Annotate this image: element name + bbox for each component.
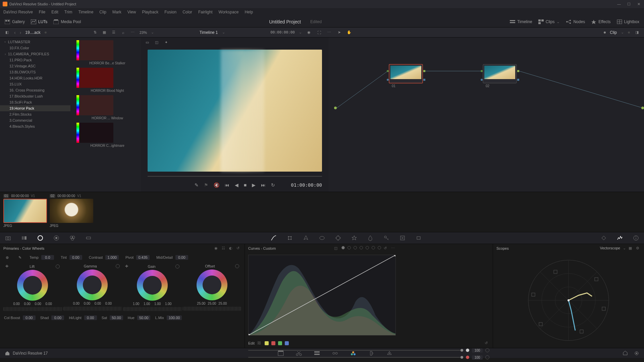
info-icon[interactable]	[633, 235, 639, 241]
tree-item[interactable]: 14.HDR.Looks.HDR	[0, 75, 70, 81]
reset-icon[interactable]	[235, 264, 239, 268]
node-output-dot[interactable]	[641, 107, 644, 109]
wand-icon[interactable]: ✦	[163, 39, 169, 45]
wheel-mode-icon[interactable]: ◉	[214, 246, 219, 251]
scopes-icon[interactable]	[616, 235, 623, 241]
media-page-button[interactable]	[277, 350, 284, 356]
reset-icon[interactable]	[485, 348, 489, 352]
menu-file[interactable]: File	[39, 10, 45, 14]
nav-back-button[interactable]: ‹	[14, 30, 16, 35]
auto-balance-icon[interactable]: ⊛	[4, 254, 10, 260]
stop-button[interactable]: ■	[244, 182, 247, 188]
menu-color[interactable]: Color	[182, 10, 192, 14]
clip-dropdown[interactable]: Clip	[610, 30, 617, 35]
nav-forward-button[interactable]: ›	[20, 30, 21, 35]
scope-settings-icon[interactable]: ⚙	[636, 246, 641, 251]
bars-mode-icon[interactable]: ☷	[222, 246, 226, 251]
pivot-value[interactable]: 0.435	[136, 255, 150, 260]
reset-icon[interactable]	[485, 355, 489, 359]
keyframe-icon[interactable]	[600, 235, 607, 241]
scope-type-dropdown[interactable]: Vectorscope	[600, 246, 620, 251]
maximize-button[interactable]: ☐	[627, 2, 631, 6]
rgb-mixer-icon[interactable]	[69, 235, 76, 241]
window-icon[interactable]	[319, 235, 325, 241]
tree-item[interactable]: 3.Commercial	[0, 117, 70, 123]
menu-playback[interactable]: Playback	[142, 10, 158, 14]
node-graph[interactable]: 01 02	[329, 38, 644, 192]
reset-icon[interactable]	[116, 264, 120, 268]
curve-mode-dot[interactable]	[341, 246, 345, 249]
lightbox-button[interactable]: Lightbox	[617, 19, 639, 24]
wheels-icon[interactable]	[37, 235, 44, 241]
viewer-image[interactable]	[148, 50, 322, 172]
effects-button[interactable]: Effects	[591, 19, 610, 24]
reset-icon[interactable]: ↺	[485, 341, 489, 346]
curves-graph[interactable]	[248, 255, 396, 336]
play-button[interactable]: ▶	[252, 182, 256, 188]
loop-button[interactable]: ↻	[271, 182, 275, 188]
curve-mode-dot[interactable]	[347, 246, 351, 249]
scope-layout-icon[interactable]: ▦	[629, 246, 633, 251]
last-frame-button[interactable]: ⏭	[261, 182, 266, 188]
tree-item[interactable]: 18.SciFi Pack	[0, 99, 70, 105]
deliver-page-button[interactable]	[386, 350, 393, 356]
eyedropper-icon[interactable]: ✎	[195, 182, 199, 188]
camera-raw-icon[interactable]	[5, 235, 11, 241]
tree-item[interactable]: 15.LUX	[0, 81, 70, 87]
nodes-button[interactable]: Nodes	[566, 19, 585, 24]
first-frame-button[interactable]: ⏮	[225, 182, 229, 188]
lift-slider[interactable]	[3, 307, 62, 311]
viewer-scrubber[interactable]	[148, 174, 322, 178]
chevron-down-icon[interactable]: ⌄	[299, 30, 302, 35]
plus-icon[interactable]: ✛	[5, 264, 8, 268]
search-icon[interactable]: ⌕	[120, 29, 126, 36]
record-icon[interactable]: ◉	[306, 29, 312, 36]
panel-toggle-icon[interactable]: ◧	[4, 29, 10, 36]
magic-mask-icon[interactable]	[351, 235, 358, 241]
tree-item-camera[interactable]: 11.CAMERA_PROFILES	[0, 51, 70, 57]
lut-thumb[interactable]: HORROR C...ightmare	[76, 123, 138, 147]
hand-icon[interactable]: ✋	[346, 29, 352, 36]
prev-frame-button[interactable]: ◀	[235, 182, 238, 188]
temp-value[interactable]: 0.0	[41, 255, 54, 260]
sizing-icon[interactable]	[399, 235, 406, 241]
minimize-button[interactable]: —	[617, 2, 621, 6]
menu-timeline[interactable]: Timeline	[78, 10, 93, 14]
color-page-button[interactable]	[350, 350, 357, 356]
project-settings-button[interactable]	[634, 351, 639, 356]
offset-color-wheel[interactable]	[197, 269, 227, 300]
tree-item[interactable]: 10.FX.Color	[0, 45, 70, 51]
blue-channel-button[interactable]	[285, 341, 289, 345]
gamma-slider[interactable]	[63, 307, 121, 311]
chevron-down-icon[interactable]: ⌄	[151, 30, 154, 35]
grid-view-icon[interactable]: ▦	[101, 29, 107, 36]
tree-item[interactable]: 12.Vintage.ASC	[0, 63, 70, 69]
curve-mode-dot[interactable]	[372, 246, 375, 249]
menu-view[interactable]: View	[127, 10, 136, 14]
viewer-timecode[interactable]: 00:00:00:00	[270, 30, 295, 35]
middetail-value[interactable]: 0.00	[175, 255, 188, 260]
cut-page-button[interactable]	[296, 350, 302, 356]
clips-button[interactable]: Clips ⌄	[538, 19, 560, 24]
tree-item[interactable]: 16. Cross Processing	[0, 87, 70, 93]
tree-item-lutmaster[interactable]: LUTMASTER	[0, 39, 70, 45]
curve-mode-dot[interactable]	[360, 246, 363, 249]
tracker-icon[interactable]	[335, 235, 341, 241]
highlight-icon[interactable]: ▭	[144, 39, 150, 45]
home-icon[interactable]	[5, 351, 10, 356]
menu-edit[interactable]: Edit	[51, 10, 58, 14]
tree-item[interactable]: 4.Bleach.Styles	[0, 123, 70, 129]
timeline-button[interactable]: Timeline	[510, 19, 532, 24]
timeline-name[interactable]: Timeline 1	[200, 30, 218, 35]
lut-thumb[interactable]: HORROR Blood Night	[76, 68, 138, 93]
curves-icon[interactable]	[270, 235, 277, 241]
zoom-percent[interactable]: 23%	[140, 31, 147, 35]
tree-item-horror[interactable]: 19.Horror Pack	[0, 105, 70, 111]
lum-channel-button[interactable]	[265, 341, 269, 345]
motion-icon[interactable]	[85, 235, 92, 241]
clip-thumbnail[interactable]	[50, 199, 93, 223]
clip-item[interactable]: 02 00:00:00:00 V1 JPEG	[50, 194, 93, 230]
mediapool-button[interactable]: Media Pool	[53, 19, 81, 24]
curve-mode-dot[interactable]	[378, 246, 381, 249]
gain-slider[interactable]	[123, 307, 181, 311]
